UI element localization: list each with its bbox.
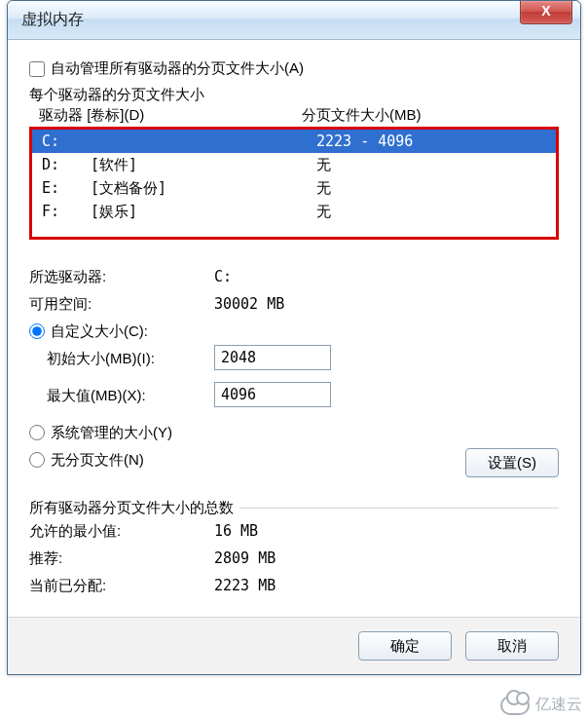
drive-pagefile-size: 无 [307,154,546,175]
custom-size-radio[interactable] [29,323,45,339]
totals-group: 所有驱动器分页文件大小的总数 允许的最小值: 16 MB 推荐: 2809 MB… [29,499,559,599]
max-size-label: 最大值(MB)(X): [47,382,214,409]
drive-letter: C: [42,131,91,152]
drive-pagefile-size: 2223 - 4096 [307,131,546,152]
totals-header: 所有驱动器分页文件大小的总数 [29,499,239,517]
drive-row-e[interactable]: E: [文档备份] 无 [32,176,556,200]
custom-size-inputs: 初始大小(MB)(I): 最大值(MB)(X): [47,345,559,409]
close-button[interactable]: X [520,1,572,24]
drive-column-headers: 驱动器 [卷标](D) 分页文件大小(MB) [29,106,559,125]
col-header-size: 分页文件大小(MB) [302,106,559,125]
recommended-value: 2809 MB [214,545,559,572]
auto-manage-checkbox-row[interactable]: 自动管理所有驱动器的分页文件大小(A) [29,59,559,78]
free-space-value: 30002 MB [214,290,559,318]
close-icon: X [541,3,550,19]
free-space-label: 可用空间: [29,290,214,318]
selected-drive-value: C: [214,263,559,290]
dialog-footer: 确定 取消 [8,617,580,674]
auto-manage-label: 自动管理所有驱动器的分页文件大小(A) [51,59,304,78]
initial-size-label: 初始大小(MB)(I): [47,345,214,372]
drive-pagefile-size: 无 [307,177,546,199]
drive-row-f[interactable]: F: [娱乐] 无 [32,200,556,223]
cloud-icon [500,696,530,715]
min-allowed-label: 允许的最小值: [29,517,214,545]
drive-volume-label [91,131,307,152]
drive-row-d[interactable]: D: [软件] 无 [32,153,556,176]
selected-drive-info: 所选驱动器: C: 可用空间: 30002 MB [29,263,559,318]
watermark-text: 亿速云 [535,695,582,715]
system-managed-label: 系统管理的大小(Y) [51,419,172,446]
drive-row-c[interactable]: C: 2223 - 4096 [32,130,556,153]
drive-letter: E: [42,177,91,199]
drive-volume-label: [文档备份] [91,177,307,199]
drive-letter: D: [42,154,91,175]
system-managed-radio[interactable] [29,425,45,440]
drive-pagefile-size: 无 [307,201,546,222]
drive-list[interactable]: C: 2223 - 4096 D: [软件] 无 E: [文档备份] 无 F: … [29,127,559,240]
col-header-drive: 驱动器 [卷标](D) [29,106,302,125]
drive-volume-label: [娱乐] [91,201,307,222]
max-size-input[interactable] [214,382,331,407]
selected-drive-label: 所选驱动器: [29,263,214,290]
drive-volume-label: [软件] [91,154,307,175]
no-pagefile-label: 无分页文件(N) [51,446,144,473]
titlebar[interactable]: 虚拟内存 X [8,1,580,40]
system-managed-radio-row[interactable]: 系统管理的大小(Y) [29,419,559,446]
watermark: 亿速云 [500,695,582,715]
window-title: 虚拟内存 [21,10,84,30]
auto-manage-checkbox[interactable] [29,61,45,77]
ok-button[interactable]: 确定 [358,631,452,661]
set-button[interactable]: 设置(S) [465,448,559,477]
drive-letter: F: [42,201,91,222]
currently-allocated-label: 当前已分配: [29,572,214,599]
custom-size-label: 自定义大小(C): [51,318,148,345]
currently-allocated-value: 2223 MB [214,572,559,599]
custom-size-radio-row[interactable]: 自定义大小(C): [29,318,559,345]
virtual-memory-dialog: 虚拟内存 X 自动管理所有驱动器的分页文件大小(A) 每个驱动器的分页文件大小 … [7,0,581,675]
initial-size-input[interactable] [214,345,331,370]
drive-section-header: 每个驱动器的分页文件大小 [29,86,559,104]
no-pagefile-radio[interactable] [29,452,45,468]
min-allowed-value: 16 MB [214,517,559,545]
recommended-label: 推荐: [29,545,214,572]
cancel-button[interactable]: 取消 [465,631,559,661]
dialog-content: 自动管理所有驱动器的分页文件大小(A) 每个驱动器的分页文件大小 驱动器 [卷标… [8,40,580,617]
